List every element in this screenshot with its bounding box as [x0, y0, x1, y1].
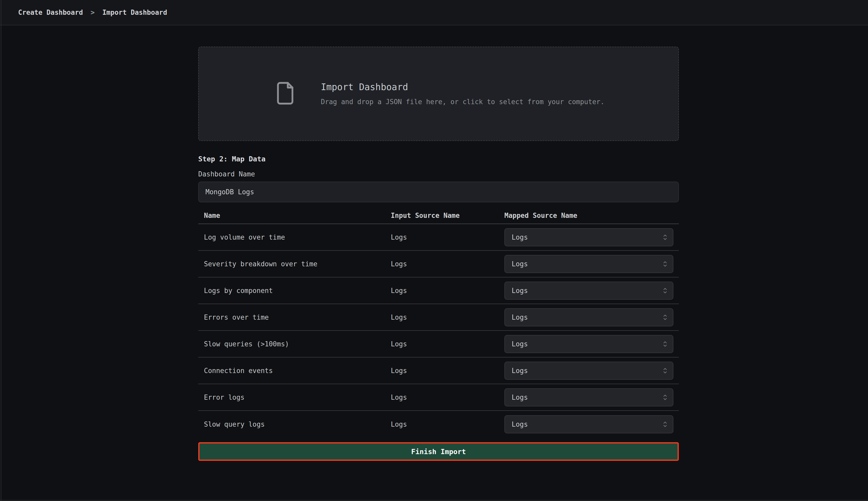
mapped-source-select[interactable]: Logs [504, 335, 673, 353]
header-name: Name [198, 212, 391, 220]
header-mapped-source-name: Mapped Source Name [504, 212, 679, 220]
mapped-source-select[interactable]: Logs [504, 228, 673, 246]
chevrons-up-down-icon [663, 421, 667, 428]
cell-name: Errors over time [198, 313, 391, 321]
select-value: Logs [512, 260, 528, 268]
cell-input-source: Logs [391, 260, 504, 268]
window-left-edge [1, 0, 1, 501]
dashboard-name-label: Dashboard Name [198, 170, 679, 178]
dropzone-text: Import Dashboard Drag and drop a JSON fi… [321, 82, 605, 106]
table-row: Connection events Logs Logs [198, 358, 679, 384]
step-heading: Step 2: Map Data [198, 155, 679, 163]
table-row: Severity breakdown over time Logs Logs [198, 251, 679, 277]
table-row: Errors over time Logs Logs [198, 304, 679, 331]
dropzone-title: Import Dashboard [321, 82, 605, 92]
chevrons-up-down-icon [663, 341, 667, 348]
cell-input-source: Logs [391, 340, 504, 348]
cell-name: Slow queries (>100ms) [198, 340, 391, 348]
table-row: Slow query logs Logs Logs [198, 411, 679, 438]
cell-name: Slow query logs [198, 420, 391, 428]
select-value: Logs [512, 287, 528, 295]
finish-import-button[interactable]: Finish Import [198, 442, 679, 461]
cell-name: Severity breakdown over time [198, 260, 391, 268]
breadcrumb-create-dashboard[interactable]: Create Dashboard [18, 9, 83, 16]
cell-input-source: Logs [391, 233, 504, 241]
cell-name: Logs by component [198, 287, 391, 295]
cell-input-source: Logs [391, 287, 504, 295]
mapped-source-select[interactable]: Logs [504, 308, 673, 327]
window-bottom-edge [0, 500, 868, 500]
chevrons-up-down-icon [663, 367, 667, 374]
chevrons-up-down-icon [663, 234, 667, 241]
table-row: Logs by component Logs Logs [198, 277, 679, 304]
breadcrumb-separator: > [87, 9, 98, 16]
table-row: Slow queries (>100ms) Logs Logs [198, 331, 679, 358]
cell-name: Log volume over time [198, 233, 391, 241]
mapped-source-select[interactable]: Logs [504, 388, 673, 406]
breadcrumb-import-dashboard: Import Dashboard [102, 9, 167, 16]
cell-input-source: Logs [391, 367, 504, 375]
chevrons-up-down-icon [663, 314, 667, 321]
select-value: Logs [512, 420, 528, 428]
main-content: Import Dashboard Drag and drop a JSON fi… [198, 47, 679, 461]
import-dropzone[interactable]: Import Dashboard Drag and drop a JSON fi… [198, 47, 679, 141]
chevrons-up-down-icon [663, 260, 667, 267]
mapped-source-select[interactable]: Logs [504, 362, 673, 380]
chevrons-up-down-icon [663, 394, 667, 401]
select-value: Logs [512, 367, 528, 375]
dashboard-name-input[interactable] [198, 182, 679, 202]
select-value: Logs [512, 340, 528, 348]
header-input-source-name: Input Source Name [391, 212, 504, 220]
mapped-source-select[interactable]: Logs [504, 415, 673, 434]
cell-input-source: Logs [391, 313, 504, 321]
cell-name: Connection events [198, 367, 391, 375]
select-value: Logs [512, 233, 528, 241]
chevrons-up-down-icon [663, 287, 667, 294]
cell-input-source: Logs [391, 394, 504, 401]
select-value: Logs [512, 313, 528, 321]
file-icon [273, 79, 298, 108]
dropzone-subtitle: Drag and drop a JSON file here, or click… [321, 98, 605, 106]
cell-input-source: Logs [391, 420, 504, 428]
table-row: Error logs Logs Logs [198, 384, 679, 411]
topbar: Create Dashboard > Import Dashboard [0, 0, 868, 25]
cell-name: Error logs [198, 394, 391, 401]
mapped-source-select[interactable]: Logs [504, 281, 673, 300]
breadcrumb: Create Dashboard > Import Dashboard [18, 9, 167, 16]
mapped-source-select[interactable]: Logs [504, 255, 673, 273]
table-header-row: Name Input Source Name Mapped Source Nam… [198, 212, 679, 224]
select-value: Logs [512, 394, 528, 401]
table-row: Log volume over time Logs Logs [198, 224, 679, 251]
mapping-table: Name Input Source Name Mapped Source Nam… [198, 212, 679, 438]
